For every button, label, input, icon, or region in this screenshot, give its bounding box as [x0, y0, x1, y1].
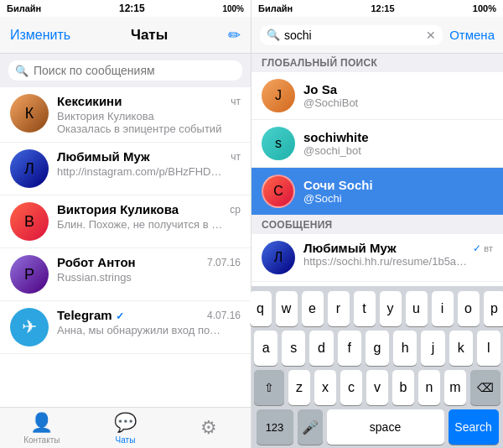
- search-key[interactable]: Search: [449, 409, 499, 445]
- chat-preview: Анна, мы обнаружили вход под вашим аккау…: [57, 324, 225, 336]
- chat-info: Виктория Куликова ср Блин. Похоже, не по…: [57, 202, 241, 231]
- key-z[interactable]: z: [288, 370, 310, 405]
- chat-time: чт: [231, 151, 241, 163]
- table-row[interactable]: Р Робот Антон 7.07.16 Russian.strings: [0, 248, 251, 301]
- tab-chats-label: Чаты: [116, 435, 136, 445]
- keyboard-row-1: q w e r t y u i o p: [254, 291, 500, 326]
- key-v[interactable]: v: [366, 370, 388, 405]
- key-x[interactable]: x: [314, 370, 336, 405]
- list-item[interactable]: s sochiwhite @sochi_bot: [252, 120, 503, 168]
- key-e[interactable]: e: [302, 291, 324, 326]
- key-g[interactable]: g: [366, 331, 389, 366]
- right-search-icon: 🔍: [267, 29, 280, 41]
- left-search-container: 🔍: [0, 54, 251, 87]
- left-time: 12:15: [119, 3, 145, 14]
- key-n[interactable]: n: [418, 370, 440, 405]
- msg-preview: https://sochi.hh.ru/resume/1b5aebe0ff017…: [303, 255, 471, 268]
- compose-icon[interactable]: ✏: [228, 26, 241, 44]
- left-nav-bar: Изменить Чаты ✏: [0, 17, 251, 54]
- key-m[interactable]: m: [444, 370, 466, 405]
- chat-name: Любимый Муж: [57, 149, 150, 164]
- key-b[interactable]: b: [392, 370, 414, 405]
- keyboard: q w e r t y u i o p a s d f g h j k l ⇧ …: [252, 286, 503, 448]
- shift-key[interactable]: ⇧: [254, 370, 284, 405]
- left-search-input[interactable]: [34, 64, 236, 77]
- right-search-bar: 🔍 ✕ Отмена: [252, 17, 503, 54]
- list-item[interactable]: J Jo Sa @SochiBot: [252, 72, 503, 120]
- tab-settings[interactable]: ⚙: [167, 417, 251, 439]
- left-nav-title: Чаты: [131, 27, 168, 44]
- numbers-key[interactable]: 123: [257, 409, 293, 445]
- tab-contacts[interactable]: 👤 Контакты: [0, 412, 84, 445]
- avatar: J: [262, 79, 295, 112]
- left-battery: 100%: [222, 4, 244, 13]
- chat-time: 4.07.16: [207, 310, 241, 321]
- key-j[interactable]: j: [421, 331, 444, 366]
- key-q[interactable]: q: [250, 291, 272, 326]
- msg-name: Любимый Муж: [303, 241, 397, 255]
- result-sub: @Sochi: [303, 192, 493, 205]
- keyboard-row-3: ⇧ z x c v b n m ⌫: [254, 370, 500, 405]
- tab-bar: 👤 Контакты 💬 Чаты ⚙: [0, 407, 251, 448]
- result-sub: @sochi_bot: [303, 144, 493, 157]
- list-item[interactable]: С Сочи Sochi @Sochi: [252, 168, 503, 216]
- keyboard-row-4: 123 🎤 space Search: [254, 409, 500, 445]
- mic-key[interactable]: 🎤: [298, 409, 323, 445]
- chat-name: Telegram ✓: [57, 308, 124, 322]
- table-row[interactable]: В Виктория Куликова ср Блин. Похоже, не …: [0, 195, 251, 248]
- key-d[interactable]: d: [309, 331, 333, 366]
- clear-icon[interactable]: ✕: [426, 29, 436, 42]
- key-k[interactable]: k: [449, 331, 473, 366]
- key-p[interactable]: p: [484, 291, 504, 326]
- checkmark-icon: ✓: [473, 242, 481, 254]
- table-row[interactable]: ✈ Telegram ✓ 4.07.16 Анна, мы обнаружили…: [0, 301, 251, 354]
- msg-info: Любимый Муж ✓ вт https://sochi.hh.ru/res…: [303, 241, 493, 268]
- key-w[interactable]: w: [276, 291, 298, 326]
- avatar: Л: [262, 241, 295, 274]
- left-search-bar[interactable]: 🔍: [8, 60, 242, 81]
- right-status-bar: Билайн 12:15 100%: [252, 0, 503, 17]
- left-panel: Билайн 12:15 100% Изменить Чаты ✏ 🔍 К Ке…: [0, 0, 252, 448]
- cancel-button[interactable]: Отмена: [449, 28, 495, 42]
- key-h[interactable]: h: [393, 331, 417, 366]
- space-key[interactable]: space: [327, 409, 444, 445]
- global-search-header: Глобальный поиск: [252, 54, 503, 72]
- left-status-bar: Билайн 12:15 100%: [0, 0, 251, 17]
- keyboard-row-2: a s d f g h j k l: [254, 331, 500, 366]
- key-y[interactable]: y: [380, 291, 402, 326]
- table-row[interactable]: К Кексикини чт Виктория Куликова Оказала…: [0, 87, 251, 143]
- avatar: ✈: [10, 308, 49, 346]
- list-item[interactable]: Л Любимый Муж ✓ вт https://sochi.hh.ru/r…: [252, 234, 503, 282]
- result-info: Сочи Sochi @Sochi: [303, 178, 493, 205]
- avatar: В: [10, 202, 49, 241]
- avatar: Л: [10, 149, 49, 188]
- chat-name: Робот Антон: [57, 255, 136, 269]
- table-row[interactable]: Л Любимый Муж чт http://instagram.com/p/…: [0, 143, 251, 195]
- avatar: К: [10, 94, 49, 133]
- result-name: sochiwhite: [303, 130, 493, 144]
- tab-chats[interactable]: 💬 Чаты: [84, 412, 168, 445]
- key-s[interactable]: s: [282, 331, 305, 366]
- key-t[interactable]: t: [354, 291, 376, 326]
- left-carrier: Билайн: [7, 3, 41, 13]
- search-icon: 🔍: [15, 65, 29, 77]
- settings-icon: ⚙: [200, 417, 217, 439]
- chat-time: ср: [230, 204, 241, 216]
- right-search-input[interactable]: [284, 29, 422, 42]
- key-c[interactable]: c: [340, 370, 362, 405]
- key-o[interactable]: o: [458, 291, 480, 326]
- key-i[interactable]: i: [432, 291, 454, 326]
- edit-button[interactable]: Изменить: [10, 28, 70, 43]
- right-panel: Билайн 12:15 100% 🔍 ✕ Отмена Глобальный …: [252, 0, 503, 448]
- key-a[interactable]: a: [254, 331, 277, 366]
- right-time: 12:15: [371, 3, 394, 13]
- chat-preview: Виктория Куликова Оказалась в эпицентре …: [57, 110, 225, 135]
- key-r[interactable]: r: [328, 291, 350, 326]
- backspace-key[interactable]: ⌫: [470, 370, 500, 405]
- key-u[interactable]: u: [406, 291, 428, 326]
- result-info: Jo Sa @SochiBot: [303, 82, 493, 109]
- result-name: Сочи Sochi: [303, 178, 493, 192]
- key-l[interactable]: l: [477, 331, 500, 366]
- key-f[interactable]: f: [338, 331, 361, 366]
- chat-info: Робот Антон 7.07.16 Russian.strings: [57, 255, 241, 284]
